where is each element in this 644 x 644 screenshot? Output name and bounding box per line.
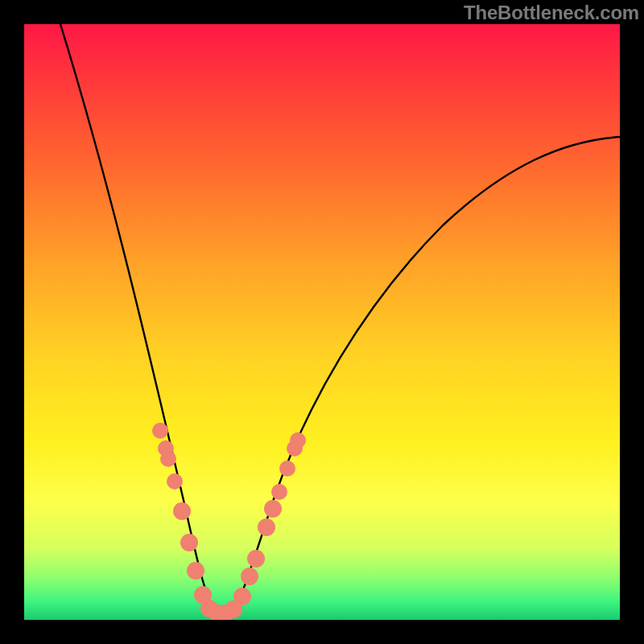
data-dot bbox=[290, 432, 306, 448]
data-dot bbox=[247, 550, 265, 568]
curve-svg bbox=[24, 24, 620, 620]
data-dot bbox=[152, 423, 168, 439]
plot-area bbox=[24, 24, 620, 620]
data-dot bbox=[233, 588, 251, 605]
chart-frame: TheBottleneck.com bbox=[0, 0, 644, 644]
data-dot bbox=[187, 562, 204, 580]
data-dot bbox=[173, 502, 191, 520]
data-dot bbox=[160, 451, 176, 467]
data-dot bbox=[264, 500, 282, 518]
data-dot bbox=[258, 518, 275, 536]
data-dots bbox=[152, 423, 306, 620]
data-dot bbox=[241, 568, 258, 585]
data-dot bbox=[167, 473, 183, 489]
data-dot bbox=[271, 484, 287, 500]
data-dot bbox=[279, 460, 295, 477]
bottleneck-curve bbox=[60, 24, 620, 613]
data-dot bbox=[180, 534, 198, 551]
watermark-text: TheBottleneck.com bbox=[464, 3, 639, 23]
